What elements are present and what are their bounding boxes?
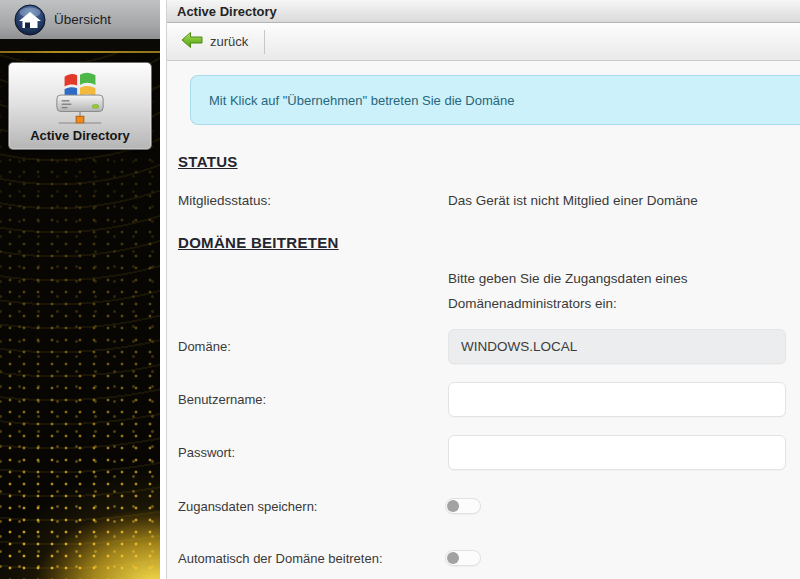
overview-label: Übersicht [54, 12, 111, 27]
domain-input[interactable] [448, 329, 786, 364]
password-input[interactable] [448, 435, 786, 470]
toolbar: zurück [167, 23, 800, 61]
sidebar-item-overview[interactable]: Übersicht [0, 0, 160, 39]
sidebar-item-active-directory[interactable]: Active Directory [8, 62, 152, 150]
domain-field-row: Domäne: [178, 329, 786, 364]
content-area: Mit Klick auf "Übernehmen" betreten Sie … [167, 61, 800, 579]
auto-join-row: Automatisch der Domäne beitreten: [178, 549, 786, 567]
join-section-heading: DOMÄNE BEITRETEN [178, 234, 339, 251]
sidebar: Übersicht [0, 0, 160, 579]
username-input[interactable] [448, 382, 786, 417]
main-panel: Active Directory zurück [160, 0, 800, 579]
username-field-row: Benutzername: [178, 382, 786, 417]
back-button-label: zurück [210, 34, 248, 49]
password-field-row: Passwort: [178, 435, 786, 470]
sidebar-item-label: Active Directory [30, 128, 130, 143]
domain-label: Domäne: [178, 339, 231, 354]
toggle-knob [447, 500, 459, 512]
membership-status-value: Das Gerät ist nicht Mitglied einer Domän… [448, 193, 698, 208]
auto-join-toggle[interactable] [445, 550, 481, 566]
password-label: Passwort: [178, 445, 235, 460]
join-intro-text: Bitte geben Sie die Zugangsdaten eines D… [448, 266, 758, 316]
back-arrow-icon [181, 31, 203, 52]
page-title: Active Directory [167, 0, 800, 23]
auto-join-label: Automatisch der Domäne beitreten: [178, 551, 383, 566]
toggle-knob [447, 552, 459, 564]
notice-text: Mit Klick auf "Übernehmen" betreten Sie … [209, 93, 515, 108]
save-credentials-label: Zugansdaten speichern: [178, 499, 317, 514]
save-credentials-toggle[interactable] [445, 498, 481, 514]
windows-drive-icon [53, 69, 107, 125]
username-label: Benutzername: [178, 392, 266, 407]
save-credentials-row: Zugansdaten speichern: [178, 497, 786, 515]
notice-banner: Mit Klick auf "Übernehmen" betreten Sie … [190, 75, 800, 125]
membership-status-label: Mitgliedsstatus: [178, 193, 271, 208]
back-button[interactable]: zurück [177, 28, 252, 55]
status-section-heading: STATUS [178, 153, 238, 170]
membership-status-row: Mitgliedsstatus: Das Gerät ist nicht Mit… [178, 193, 786, 208]
toolbar-separator [264, 30, 265, 54]
home-icon[interactable] [14, 4, 46, 36]
